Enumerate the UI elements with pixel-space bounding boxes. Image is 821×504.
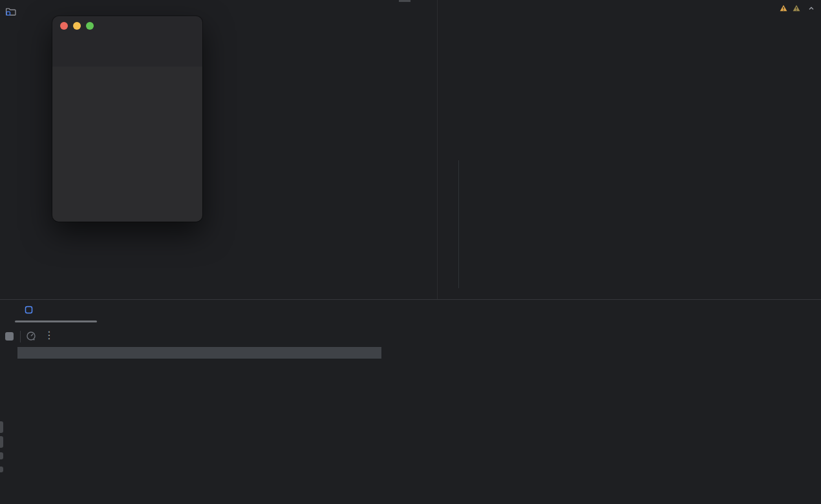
ide-window: ⋮ — [0, 0, 821, 504]
chevron-up-icon[interactable] — [808, 5, 815, 14]
minimize-traffic-light[interactable] — [73, 22, 81, 30]
java-command-line[interactable] — [17, 347, 381, 359]
run-toolbar: ⋮ — [0, 324, 821, 346]
indent-guide — [458, 160, 459, 288]
stop-icon[interactable] — [5, 332, 14, 341]
run-console[interactable] — [0, 346, 821, 504]
calculator-display — [52, 16, 202, 67]
inspections-widget[interactable] — [780, 5, 815, 14]
project-root-icon — [5, 6, 16, 19]
gutter-border — [437, 0, 438, 299]
project-header[interactable] — [5, 5, 26, 19]
gutter-fragment — [0, 436, 3, 448]
calculator-window[interactable] — [52, 16, 202, 222]
active-tab-underline — [15, 320, 97, 322]
gauge-icon[interactable] — [26, 331, 36, 344]
code-editor[interactable] — [385, 0, 821, 299]
gutter-fragment — [0, 467, 3, 472]
more-options-icon[interactable]: ⋮ — [44, 329, 54, 341]
weak-warning-icon — [793, 5, 800, 14]
warning-icon — [780, 5, 787, 14]
close-traffic-light[interactable] — [60, 22, 68, 30]
editor-top-strip — [399, 0, 410, 2]
run-panel: ⋮ — [0, 299, 821, 504]
gutter-fragment — [0, 452, 3, 459]
run-tab-rmiclient[interactable] — [25, 305, 43, 317]
calculator-keypad — [52, 67, 202, 222]
run-tabstrip — [0, 300, 821, 324]
run-configuration-icon — [25, 305, 33, 317]
zoom-traffic-light[interactable] — [86, 22, 94, 30]
toolbar-divider — [20, 331, 21, 342]
gutter-fragment — [0, 421, 3, 433]
